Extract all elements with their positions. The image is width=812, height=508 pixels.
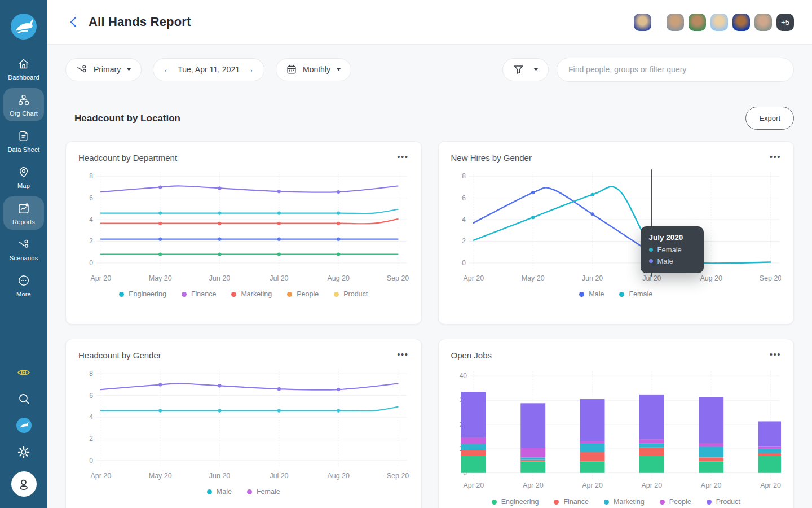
export-button[interactable]: Export xyxy=(745,107,794,130)
svg-text:Apr 20: Apr 20 xyxy=(463,481,484,489)
search-input[interactable] xyxy=(557,58,794,82)
sidebar-item-label: Reports xyxy=(12,218,35,225)
chart-card-headcount-by-department: Headcount by Department ••• 02468Apr 20M… xyxy=(65,141,422,325)
legend-item[interactable]: Marketing xyxy=(604,498,645,506)
legend-dot xyxy=(334,292,339,297)
chart-title: New Hires by Gender xyxy=(451,153,532,163)
legend-item[interactable]: People xyxy=(660,498,691,506)
legend-item[interactable]: Marketing xyxy=(231,290,272,298)
settings-button[interactable] xyxy=(16,445,31,459)
avatar[interactable] xyxy=(732,14,750,31)
svg-text:0: 0 xyxy=(462,259,466,267)
search-button[interactable] xyxy=(17,392,31,406)
tooltip-item: Female xyxy=(649,246,694,254)
svg-text:6: 6 xyxy=(89,392,93,400)
current-user-avatar[interactable] xyxy=(11,471,37,497)
svg-text:May 20: May 20 xyxy=(149,274,172,282)
sidebar-item-reports[interactable]: Reports xyxy=(3,196,44,230)
svg-text:2: 2 xyxy=(89,435,93,443)
sidebar-item-org-chart[interactable]: Org Chart xyxy=(3,88,44,121)
card-menu-button[interactable]: ••• xyxy=(397,351,408,358)
next-date-arrow-icon[interactable]: → xyxy=(245,65,254,74)
legend-label: Female xyxy=(629,290,652,298)
period-dropdown[interactable]: Monthly xyxy=(276,58,351,81)
line-chart-canvas[interactable]: 02468Apr 20May 20Jun 20Jul 20Aug 20Sep 2… xyxy=(78,169,409,286)
svg-text:6: 6 xyxy=(462,194,466,202)
sidebar-item-data-sheet[interactable]: Data Sheet xyxy=(3,124,44,157)
legend-item[interactable]: Male xyxy=(579,290,604,298)
svg-text:8: 8 xyxy=(89,172,93,180)
legend-item[interactable]: Engineering xyxy=(119,290,166,298)
legend-item[interactable]: Product xyxy=(334,290,368,298)
legend-dot xyxy=(554,500,559,505)
prev-date-arrow-icon[interactable]: ← xyxy=(163,65,172,74)
filter-dropdown[interactable] xyxy=(502,58,549,81)
chart-legend: EngineeringFinanceMarketingPeopleProduct xyxy=(451,498,782,506)
line-chart-canvas[interactable]: 02468Apr 20May 20Jun 20Jul 20Aug 20Sep 2… xyxy=(451,169,782,286)
sidebar-item-dashboard[interactable]: Dashboard xyxy=(3,52,44,85)
legend-dot xyxy=(287,292,292,297)
legend-label: People xyxy=(297,290,319,298)
legend-item[interactable]: People xyxy=(287,290,319,298)
legend-dot xyxy=(707,500,712,505)
legend-item[interactable]: Product xyxy=(707,498,740,506)
avatar[interactable] xyxy=(634,14,651,31)
sidebar-item-more[interactable]: More xyxy=(3,269,44,302)
app-logo[interactable] xyxy=(11,14,37,40)
legend-dot xyxy=(660,500,665,505)
date-navigator[interactable]: ← Tue, Apr 11, 2021 → xyxy=(153,58,264,81)
scope-dropdown[interactable]: Primary xyxy=(65,58,142,81)
svg-text:Sep 20: Sep 20 xyxy=(387,472,409,480)
view-eye-button[interactable] xyxy=(16,365,31,380)
tooltip-item: Male xyxy=(649,257,694,265)
chevron-down-icon xyxy=(533,68,539,71)
legend-item[interactable]: Finance xyxy=(554,498,588,506)
avatar-overflow-badge[interactable]: +5 xyxy=(776,14,794,31)
card-menu-button[interactable]: ••• xyxy=(770,351,781,358)
avatar[interactable] xyxy=(710,14,728,31)
tooltip-series-dot xyxy=(649,259,653,263)
main-area: All Hands Report +5 Primary ← Tue, Apr 1… xyxy=(47,0,812,508)
app-mini-logo-button[interactable] xyxy=(16,418,32,433)
sidebar-item-label: Data Sheet xyxy=(7,146,39,153)
svg-text:Jul 20: Jul 20 xyxy=(270,472,288,480)
avatar[interactable] xyxy=(689,14,706,31)
legend-item[interactable]: Female xyxy=(619,290,652,298)
bar-chart-canvas[interactable]: 010203040Apr 20Apr 20Apr 20Apr 20Apr 20A… xyxy=(451,367,782,493)
chart-tooltip: July 2020 FemaleMale xyxy=(641,226,704,273)
legend-label: Finance xyxy=(563,498,588,506)
tooltip-title: July 2020 xyxy=(649,233,694,242)
sidebar-item-label: Map xyxy=(17,182,30,189)
sidebar-item-map[interactable]: Map xyxy=(3,160,44,194)
card-menu-button[interactable]: ••• xyxy=(397,153,408,161)
svg-text:Apr 20: Apr 20 xyxy=(522,481,543,489)
sidebar-item-scenarios[interactable]: Scenarios xyxy=(3,233,44,266)
chart-title: Headcount by Department xyxy=(78,153,177,163)
calendar-icon xyxy=(286,64,297,75)
svg-text:8: 8 xyxy=(462,172,466,180)
legend-item[interactable]: Female xyxy=(247,488,280,496)
legend-label: People xyxy=(669,498,691,506)
avatar[interactable] xyxy=(754,14,772,31)
toolbar: Primary ← Tue, Apr 11, 2021 → Monthly xyxy=(47,45,812,94)
legend-item[interactable]: Male xyxy=(207,488,232,496)
svg-text:Apr 20: Apr 20 xyxy=(463,274,484,282)
svg-text:Jun 20: Jun 20 xyxy=(209,472,230,480)
line-chart-canvas[interactable]: 02468Apr 20May 20Jun 20Jul 20Aug 20Sep 2… xyxy=(78,367,409,483)
sidebar-item-label: Dashboard xyxy=(8,74,39,81)
chart-legend: MaleFemale xyxy=(78,488,409,496)
org-chart-icon xyxy=(17,93,30,107)
avatar[interactable] xyxy=(667,14,684,31)
legend-item[interactable]: Finance xyxy=(182,290,216,298)
legend-label: Marketing xyxy=(614,498,645,506)
card-menu-button[interactable]: ••• xyxy=(770,153,781,161)
svg-text:Aug 20: Aug 20 xyxy=(327,274,350,282)
legend-item[interactable]: Engineering xyxy=(492,498,539,506)
rabbit-logo-icon xyxy=(11,14,36,39)
back-button[interactable] xyxy=(65,14,81,30)
svg-text:8: 8 xyxy=(89,370,93,378)
date-label: Tue, Apr 11, 2021 xyxy=(178,65,240,74)
svg-text:May 20: May 20 xyxy=(521,274,544,282)
more-ellipsis-icon xyxy=(17,274,30,287)
hierarchy-icon xyxy=(76,63,88,76)
